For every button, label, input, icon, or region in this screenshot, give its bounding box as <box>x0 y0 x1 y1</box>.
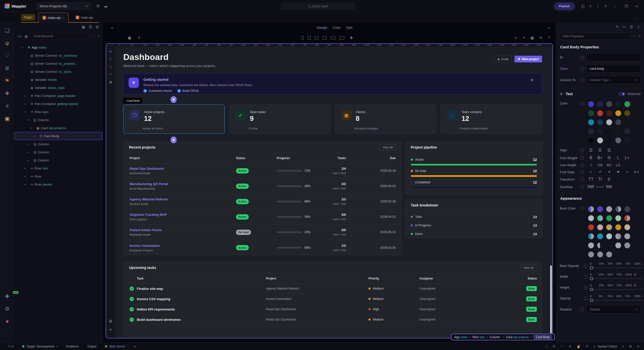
color-swatch[interactable] <box>595 223 605 232</box>
expander-icon[interactable]: ▸ <box>28 151 32 154</box>
minimize-icon[interactable]: – <box>610 3 621 10</box>
pages-icon[interactable]: ❏ <box>3 26 12 35</box>
idea-icon[interactable]: ✧ <box>109 72 112 76</box>
color-swatch[interactable] <box>595 214 605 223</box>
color-swatch[interactable] <box>595 118 605 127</box>
quick-open-search[interactable]: Quick Open <box>281 3 355 10</box>
props-more-icon[interactable]: ⋯ <box>633 34 636 38</box>
status-dot[interactable]: ● <box>109 327 111 331</box>
invite-button[interactable]: ♟ Invite <box>494 56 512 62</box>
restore-icon[interactable]: ❐ <box>621 3 631 10</box>
slider-track[interactable] <box>594 289 643 290</box>
tree-item[interactable]: ◆ Variable trends <box>14 76 102 84</box>
slider-knob[interactable] <box>590 266 593 269</box>
color-swatch[interactable] <box>614 204 623 214</box>
drag-handle-icon[interactable]: ✜ <box>560 92 563 96</box>
redo-icon[interactable]: ↻ <box>553 344 555 348</box>
color-swatch[interactable] <box>586 109 595 118</box>
settings-gear-icon[interactable]: ⚙ <box>94 2 102 10</box>
transform-option[interactable]: tt <box>605 177 614 182</box>
color-swatch[interactable] <box>595 109 605 118</box>
font-style-option[interactable]: ☛ <box>614 170 623 174</box>
color-swatch[interactable] <box>605 204 614 214</box>
new-project-button[interactable]: ✚ New project <box>514 56 542 62</box>
kpi-card[interactable]: ∴ Team contacts 12 People & stakeholders <box>441 104 542 134</box>
table-row[interactable]: ✔ Invoice CSV mapping Invoice Automation… <box>124 294 542 304</box>
list-icon[interactable]: ☰ <box>630 25 633 29</box>
close-icon[interactable]: × <box>631 3 642 10</box>
font-style-option[interactable]: ✐ <box>595 170 605 174</box>
dark-mode-icon[interactable]: ☾ <box>138 36 141 40</box>
brush-icon[interactable]: ✐ <box>586 344 588 348</box>
font-weight-option[interactable]: B+ <box>595 156 605 160</box>
resize-move-icon[interactable]: ✚ <box>350 36 353 40</box>
device-tv-icon[interactable] <box>339 36 344 40</box>
color-swatch[interactable] <box>623 214 632 223</box>
more-icon[interactable]: ⋯ <box>560 344 564 348</box>
output-button[interactable]: Output <box>87 345 96 348</box>
edit-icon[interactable]: ✎ <box>109 50 112 54</box>
expander-icon[interactable]: ▸ <box>34 135 38 137</box>
table-row[interactable]: Agency Website Refresh Bluebird Studio A… <box>124 194 401 209</box>
slider-knob[interactable] <box>590 288 593 291</box>
slider-track[interactable] <box>594 300 643 301</box>
font-style-option[interactable]: N/A <box>632 170 641 174</box>
chevron-up-icon[interactable]: ∧ <box>637 344 639 348</box>
transform-option[interactable]: TT <box>586 177 595 182</box>
color-swatch[interactable] <box>623 136 632 145</box>
tree-item[interactable]: ▸ ▥ Column <box>14 140 102 148</box>
color-swatch[interactable] <box>605 232 614 241</box>
thumbs-up-icon[interactable]: ☝ <box>576 344 580 348</box>
expander-icon[interactable]: ▾ <box>22 46 26 49</box>
layout-columns-icon[interactable]: ◫ <box>579 3 587 10</box>
color-swatch[interactable] <box>586 250 595 259</box>
table-row[interactable]: Shipment Tracking MVP Orbit Logistics Ac… <box>124 209 401 225</box>
visibility-icon[interactable]: ◉ <box>109 80 112 84</box>
color-swatch[interactable] <box>623 99 632 109</box>
sitemap-icon[interactable]: ⊞ <box>96 25 99 29</box>
droplet-icon[interactable]: ◊ <box>622 344 624 348</box>
expander-icon[interactable]: ▾ <box>25 111 29 113</box>
edit-code-icon[interactable]: ✎ <box>616 25 619 29</box>
live-reload-icon[interactable]: ϟ <box>515 36 516 40</box>
tree-help-icon[interactable]: ? <box>98 34 99 38</box>
color-swatch[interactable] <box>595 232 605 241</box>
tree-item[interactable]: ▾ ••• Row kpis <box>14 108 102 116</box>
workflows-icon[interactable]: ∵ <box>3 51 12 60</box>
expander-icon[interactable]: ▸ <box>25 167 29 170</box>
shadow-select[interactable]: Default ▾ <box>586 305 640 313</box>
device-laptop-icon[interactable] <box>323 36 327 39</box>
components-icon[interactable]: ▦ <box>25 34 28 38</box>
line-height-option[interactable]: BS <box>605 163 614 167</box>
color-swatch[interactable] <box>595 204 605 214</box>
color-swatch[interactable] <box>586 204 595 214</box>
font-style-option[interactable]: I <box>586 170 595 174</box>
class-input[interactable] <box>586 64 640 73</box>
line-height-option[interactable]: SM <box>595 163 605 167</box>
font-weight-option[interactable]: L+ <box>623 156 632 160</box>
color-swatch[interactable] <box>614 118 623 127</box>
transform-option[interactable]: Tt <box>595 177 605 182</box>
align-option[interactable]: ☰ <box>595 148 605 153</box>
collapse-left-icon[interactable]: « <box>111 25 113 30</box>
expander-icon[interactable]: ▸ <box>28 159 32 162</box>
project-link[interactable]: Retail Ops Dashboard <box>130 167 236 170</box>
table-row[interactable]: Invoice Automation Evergreen Finance Act… <box>124 240 401 255</box>
device-phone-icon[interactable] <box>301 36 304 40</box>
expander-icon[interactable]: ▸ <box>25 102 29 105</box>
line-height-option[interactable]: 1 <box>586 163 595 167</box>
slider-track[interactable] <box>594 278 643 279</box>
color-swatch[interactable] <box>586 127 595 136</box>
more-vertical-icon[interactable]: ⋮ <box>594 3 602 10</box>
theme-droplet-icon[interactable]: ◊ <box>587 2 594 10</box>
font-weight-option[interactable]: L <box>614 156 623 160</box>
color-swatch[interactable] <box>605 118 614 127</box>
color-swatch[interactable] <box>595 250 605 259</box>
props-help-icon[interactable]: ? <box>639 34 640 38</box>
kpi-card[interactable]: ✔ Open tasks 9 13 total <box>229 104 331 134</box>
tree-item[interactable]: ▾ ▣ Card kpi-projects <box>14 124 102 132</box>
settings-icon[interactable]: ⚙ <box>3 305 12 313</box>
font-weight-option[interactable]: N <box>605 156 614 160</box>
color-swatch[interactable] <box>605 127 614 136</box>
sparkles-icon[interactable]: ✦ <box>569 344 572 348</box>
